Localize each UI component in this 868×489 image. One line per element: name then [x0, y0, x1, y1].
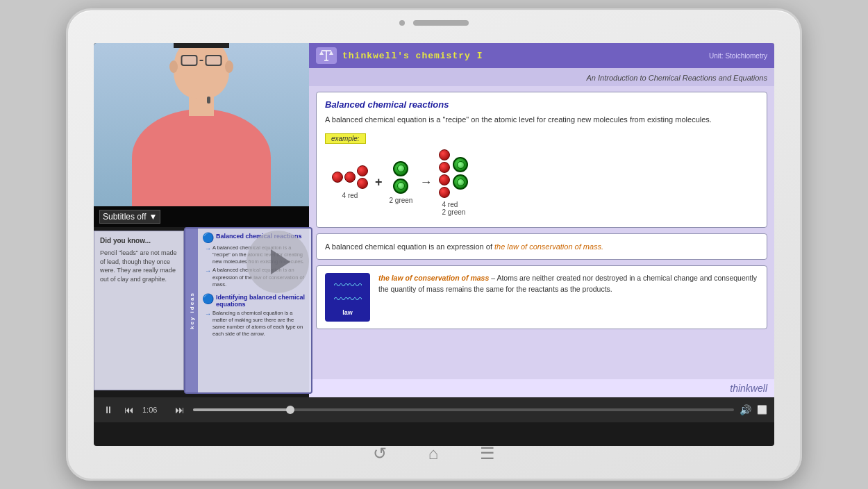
- prod-red-4: [439, 187, 450, 198]
- play-button[interactable]: [247, 231, 309, 293]
- red-dot-3: [357, 165, 368, 176]
- main-content-area: Balanced chemical reactions A balanced c…: [309, 86, 774, 379]
- prev-button[interactable]: ⏮: [122, 404, 137, 415]
- conservation-text: the law of conservation of mass – Atoms …: [378, 273, 758, 295]
- tablet-device: Subtitles off ▼ Did you know... Pencil "…: [66, 8, 802, 481]
- green-molecules: 2 green: [390, 161, 413, 204]
- subtitles-dropdown[interactable]: Subtitles off ▼: [99, 210, 160, 224]
- prod-green-inner-2: [457, 179, 465, 186]
- prod-green-inner-1: [457, 161, 465, 169]
- red-molecules-left: 4 red: [332, 165, 368, 199]
- thinkwell-logo: thinkwell: [730, 383, 767, 394]
- did-you-know-text: Pencil "leads" are not made of lead, tho…: [100, 249, 178, 283]
- product-molecules: 4 red 2 green: [439, 149, 468, 216]
- prod-red-2: [439, 162, 450, 173]
- subtitles-label: Subtitles off: [103, 212, 146, 222]
- time-display: 1:06: [142, 406, 167, 414]
- tablet-camera-area: [399, 20, 469, 26]
- law-waves-icon: 〰〰〰〰: [334, 279, 362, 306]
- right-panel: thinkwell's chemistry I Unit: Stoichiome…: [309, 43, 774, 397]
- bullet-icon-2: 🔵: [202, 294, 214, 304]
- law-icon: 〰〰〰〰 law: [325, 273, 370, 322]
- left-panel: Subtitles off ▼ Did you know... Pencil "…: [94, 43, 309, 397]
- menu-button[interactable]: ☰: [480, 444, 495, 463]
- arrow-sign: →: [419, 175, 432, 190]
- arrow-icon-3: →: [205, 310, 211, 318]
- bottom-nav: ↺ ⌂ ☰: [373, 444, 496, 463]
- screen: Subtitles off ▼ Did you know... Pencil "…: [94, 43, 774, 446]
- green-dot-inner-1: [397, 165, 405, 172]
- red-mol-visual-left: [332, 165, 368, 189]
- play-triangle-icon: [271, 249, 290, 274]
- fullscreen-button[interactable]: ⬜: [757, 405, 767, 415]
- content-header: thinkwell's chemistry I Unit: Stoichiome…: [309, 43, 774, 68]
- law-label: law: [342, 309, 353, 316]
- lesson-title-bar: An Introduction to Chemical Reactions an…: [309, 68, 774, 86]
- conservation-box: 〰〰〰〰 law the law of conservation of mass…: [316, 265, 767, 329]
- chevron-down-icon: ▼: [149, 212, 157, 222]
- balanced-reactions-title: Balanced chemical reactions: [325, 99, 758, 110]
- expression-box: A balanced chemical equation is an expre…: [316, 233, 767, 260]
- balanced-reactions-box: Balanced chemical reactions A balanced c…: [316, 92, 767, 228]
- conservation-title: the law of conservation of mass: [378, 274, 489, 282]
- arrow-icon-2: →: [205, 267, 211, 275]
- subtitles-bar: Subtitles off ▼: [94, 206, 309, 227]
- key-ideas-label: key ideas: [189, 292, 195, 329]
- mol-label-3: 4 red 2 green: [442, 201, 465, 216]
- instructor-video: [94, 43, 309, 206]
- arrow-icon-1: →: [205, 244, 211, 253]
- progress-fill: [193, 408, 290, 411]
- law-link: the law of conservation of mass.: [494, 242, 603, 251]
- green-dot-inner-2: [397, 182, 405, 190]
- prod-red-3: [439, 174, 450, 185]
- green-dot-1: [393, 161, 408, 176]
- green-mol-visual: [393, 161, 408, 194]
- red-dot-2: [344, 172, 356, 183]
- key-idea-2-subs: → Balancing a chemical equation is a mat…: [205, 310, 307, 338]
- did-you-know-title: Did you know...: [100, 237, 178, 244]
- video-content: Subtitles off ▼ Did you know... Pencil "…: [94, 43, 774, 397]
- plus-sign: +: [375, 175, 383, 190]
- prod-red-1: [439, 149, 450, 160]
- product-mol-visual: [439, 149, 468, 198]
- key-idea-2-title: 🔵 Identifying balanced chemical equation…: [202, 294, 307, 308]
- mol-label-1: 4 red: [342, 192, 358, 199]
- unit-label: Unit: Stoichiometry: [709, 52, 767, 60]
- scale-icon: [316, 47, 337, 64]
- red-dot-4: [357, 178, 368, 189]
- thinkwell-footer: thinkwell: [309, 379, 774, 397]
- progress-bar[interactable]: [193, 408, 734, 411]
- play-circle[interactable]: [247, 231, 309, 293]
- next-button[interactable]: ⏭: [172, 404, 187, 415]
- back-button[interactable]: ↺: [373, 444, 387, 463]
- lesson-title: An Introduction to Chemical Reactions an…: [587, 74, 768, 82]
- red-dot-1: [332, 172, 343, 183]
- prod-green-2: [453, 174, 468, 190]
- key-idea-2-sub-1: → Balancing a chemical equation is a mat…: [205, 310, 307, 338]
- green-dot-2: [393, 179, 408, 194]
- speaker-bar: [413, 20, 469, 26]
- example-label: example:: [325, 133, 366, 144]
- video-controls: ⏸ ⏮ 1:06 ⏭ 🔊 ⬜: [94, 397, 774, 422]
- progress-handle[interactable]: [286, 406, 294, 414]
- mol-label-2: 2 green: [390, 197, 413, 204]
- bullet-icon-1: 🔵: [202, 233, 214, 242]
- balanced-reactions-text: A balanced chemical equation is a "recip…: [325, 114, 758, 126]
- expression-text: A balanced chemical equation is an expre…: [325, 241, 758, 253]
- header-left: thinkwell's chemistry I: [316, 47, 483, 64]
- molecule-diagram: 4 red +: [325, 149, 758, 216]
- home-button[interactable]: ⌂: [428, 444, 439, 463]
- did-you-know-panel: Did you know... Pencil "leads" are not m…: [94, 231, 184, 390]
- key-ideas-sidebar: key ideas: [185, 229, 198, 392]
- volume-button[interactable]: 🔊: [740, 404, 751, 415]
- prod-green-1: [453, 157, 468, 172]
- key-idea-item-2: 🔵 Identifying balanced chemical equation…: [202, 294, 307, 338]
- course-title: thinkwell's chemistry I: [342, 51, 483, 61]
- pause-button[interactable]: ⏸: [101, 404, 116, 415]
- camera-dot: [399, 20, 405, 26]
